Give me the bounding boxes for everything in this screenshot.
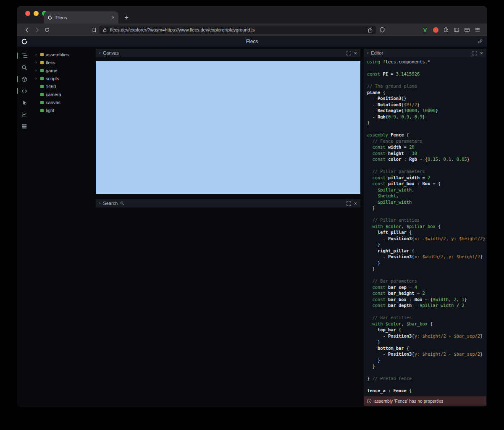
code-line: } xyxy=(367,120,486,126)
tree-item-label: game xyxy=(46,68,58,73)
close-icon[interactable]: × xyxy=(354,201,357,206)
panel-collapse-icon[interactable]: › xyxy=(367,51,368,55)
tab-close-icon[interactable]: × xyxy=(111,15,115,20)
expander-icon[interactable]: › xyxy=(35,76,38,81)
tree-item-label: 1460 xyxy=(46,84,56,89)
flecs-logo-icon xyxy=(21,38,28,45)
code-line: const PI = 3.1415926 xyxy=(367,71,486,77)
search-panel-body[interactable] xyxy=(96,207,360,407)
browser-window: Flecs × + flecs.dev/explorer/?wasm=https… xyxy=(17,6,487,407)
reload-button[interactable] xyxy=(42,25,52,35)
wallet-icon[interactable] xyxy=(462,25,472,34)
expander-icon[interactable]: › xyxy=(35,68,38,73)
tab-strip: Flecs × + xyxy=(17,6,487,24)
tree-item[interactable]: ›assemblies xyxy=(32,50,95,58)
code-line: - Position3{x: -$width/2, y: $height/2} xyxy=(367,236,486,242)
url-bar[interactable]: flecs.dev/explorer/?wasm=https://www.fle… xyxy=(99,26,376,34)
url-text: flecs.dev/explorer/?wasm=https://www.fle… xyxy=(110,27,255,32)
tree-item[interactable]: ›scripts xyxy=(32,74,95,82)
fullscreen-icon[interactable] xyxy=(346,51,351,55)
entity-tree-icon[interactable] xyxy=(17,51,32,60)
new-tab-button[interactable]: + xyxy=(124,13,129,22)
code-line: with $color, $pillar_box { xyxy=(367,223,486,230)
code-line: - Position3{y: $height/2 + $bar_sep/2} xyxy=(367,333,486,339)
fullscreen-icon[interactable] xyxy=(346,201,351,206)
tree-item[interactable]: ›canvas xyxy=(32,98,95,106)
code-line: - Rotation3{$PI/2} xyxy=(367,102,486,108)
expander-icon[interactable]: › xyxy=(35,52,38,57)
activity-bar xyxy=(17,47,32,407)
vimium-extension-icon[interactable]: V xyxy=(420,25,430,34)
page-title: Flecs xyxy=(17,39,487,45)
stats-chart-icon[interactable] xyxy=(17,110,32,119)
menu-hamburger-icon[interactable] xyxy=(473,25,482,34)
canvas-cube-icon[interactable] xyxy=(17,75,32,84)
close-icon[interactable]: × xyxy=(354,50,357,56)
code-line: top_bar { xyxy=(367,327,486,333)
code-line xyxy=(367,211,486,218)
extensions-puzzle-icon[interactable] xyxy=(441,25,451,34)
code-line xyxy=(367,126,486,132)
entity-tree-panel: ›assemblies›flecs›game›scripts›1460›came… xyxy=(32,50,95,114)
app-header: Flecs xyxy=(17,36,487,47)
window-close-button[interactable] xyxy=(25,11,30,16)
tree-item-label: scripts xyxy=(46,76,59,81)
tree-item[interactable]: ›light xyxy=(32,106,95,114)
canvas-viewport[interactable] xyxy=(96,61,360,194)
share-icon[interactable] xyxy=(368,27,373,33)
inspect-cursor-icon[interactable] xyxy=(17,98,32,107)
canvas-panel-title: Canvas xyxy=(103,50,118,55)
entity-color-swatch xyxy=(40,77,44,80)
browser-tab[interactable]: Flecs × xyxy=(44,11,118,24)
panel-collapse-icon[interactable]: › xyxy=(99,51,100,55)
code-line xyxy=(367,370,486,376)
window-minimize-button[interactable] xyxy=(34,11,39,16)
close-icon[interactable]: × xyxy=(480,50,483,56)
tab-title: Flecs xyxy=(55,15,67,20)
shield-icon[interactable] xyxy=(378,25,387,34)
panel-collapse-icon[interactable]: › xyxy=(99,201,100,205)
code-line: // Bar parameters xyxy=(367,278,486,284)
canvas-panel-body xyxy=(96,57,360,194)
fullscreen-icon[interactable] xyxy=(472,51,477,55)
logs-rows-icon[interactable] xyxy=(17,122,32,131)
expander-icon[interactable]: › xyxy=(35,60,38,65)
tree-item-label: camera xyxy=(46,92,61,97)
code-line: } xyxy=(367,339,486,345)
back-button[interactable] xyxy=(22,25,32,35)
bookmarks-icon[interactable] xyxy=(89,25,99,35)
entity-color-swatch xyxy=(40,61,44,64)
code-line: const pillar_width = 2 xyxy=(367,175,486,181)
forward-button[interactable] xyxy=(32,25,42,35)
code-line: } // Prefab Fence xyxy=(367,375,486,382)
code-line: // Fence parameters xyxy=(367,138,486,144)
error-message: assembly 'Fence' has no properties xyxy=(374,399,444,404)
code-line: } xyxy=(367,241,486,248)
code-line: right_pillar { xyxy=(367,248,486,254)
code-line: const pillar_box : Box = { xyxy=(367,181,486,187)
entity-color-swatch xyxy=(40,53,44,56)
tree-item[interactable]: ›1460 xyxy=(32,82,95,90)
code-line: fence_a : Fence { xyxy=(367,388,486,394)
code-line: $pillar_width, xyxy=(367,187,486,193)
canvas-panel-header: › Canvas × xyxy=(96,49,360,57)
code-editor[interactable]: using flecs.components.*const PI = 3.141… xyxy=(364,57,486,396)
code-line: const bar_height = 2 xyxy=(367,290,486,296)
entity-color-swatch xyxy=(40,85,44,88)
tree-item-label: light xyxy=(46,108,54,113)
tree-item[interactable]: ›camera xyxy=(32,90,95,98)
tree-item[interactable]: ›flecs xyxy=(32,58,95,66)
tree-item-label: assemblies xyxy=(46,52,69,57)
code-line: // Bar entities xyxy=(367,315,486,321)
sidebar-toggle-icon[interactable] xyxy=(452,25,461,34)
link-icon[interactable] xyxy=(478,39,483,44)
editor-code-icon[interactable] xyxy=(17,87,32,95)
code-line: plane { xyxy=(367,89,486,96)
code-line: } xyxy=(367,260,486,266)
tree-item[interactable]: ›game xyxy=(32,66,95,74)
red-extension-icon[interactable] xyxy=(431,25,440,34)
search-icon[interactable] xyxy=(17,63,32,72)
editor-panel-title: Editor xyxy=(371,50,383,55)
editor-error-bar: assembly 'Fence' has no properties xyxy=(364,396,486,406)
code-line: $pillar_width xyxy=(367,199,486,205)
